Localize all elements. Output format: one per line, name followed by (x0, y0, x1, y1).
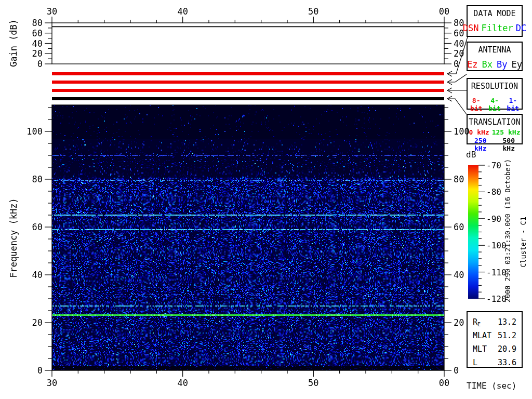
tick-label: 0 (37, 365, 43, 376)
tick-label: 40 (32, 270, 43, 280)
tick-label: 80 (32, 174, 43, 184)
translation-title: TRANSLATION (468, 117, 522, 127)
ephemeris-value-mlt: 20.9 (498, 344, 516, 354)
ephemeris-row-l: L 33.6 (468, 358, 522, 368)
ephemeris-value-mlat: 51.2 (498, 331, 516, 341)
translation-option-125khz: 125 kHz (492, 128, 521, 136)
tick-label: 30 (47, 378, 57, 388)
tick-label: -90 (486, 214, 501, 223)
frequency-axis-title: Frequency (kHz) (8, 198, 19, 278)
tick-label: 20 (454, 317, 464, 328)
ephemeris-row-mlt: MLT 20.9 (468, 344, 522, 354)
spacecraft-vertical-text: Cluster - C1 (519, 217, 527, 268)
ephemeris-value-re: 13.2 (498, 317, 516, 327)
ephemeris-row-re: RE 13.2 (468, 317, 522, 327)
tick-label: 20 (32, 317, 43, 328)
wbd-plot-page: Gain (dB) Frequency (kHz) TIME (sec) DAT… (0, 0, 532, 399)
tick-label: 0 (454, 365, 459, 376)
antenna-option-by: By (497, 59, 507, 70)
data-mode-panel: DATA MODE DSN Filter DC (467, 5, 523, 37)
tick-label: 0 (454, 59, 459, 69)
translation-option-0khz: 0 kHz (469, 128, 489, 136)
tick-label: 100 (454, 126, 470, 137)
tick-label: 50 (308, 378, 318, 388)
tick-label: 40 (32, 38, 43, 49)
antenna-option-ey: Ey (511, 59, 522, 70)
indicator-bar-data-mode (52, 72, 444, 75)
indicator-bar-antenna (52, 81, 444, 84)
resolution-title: RESOLUTION (468, 82, 522, 91)
timestamp-vertical-text: 2000 290 03:21:30.000 (16 October) (503, 159, 512, 302)
tick-label: 80 (454, 18, 464, 28)
tick-label: 60 (454, 222, 464, 232)
translation-option-500khz: 500 kHz (496, 137, 522, 152)
tick-label: 00 (439, 378, 449, 388)
indicator-bar-translation (52, 97, 444, 100)
tick-label: -80 (486, 187, 501, 197)
antenna-option-ez: Ez (467, 59, 477, 70)
spectrogram-canvas (52, 105, 444, 370)
resolution-option-8bit: 8-bit (468, 97, 485, 112)
data-mode-option-dc: DC (516, 23, 526, 33)
tick-label: 80 (454, 174, 464, 184)
tick-label: -70 (486, 161, 501, 170)
resolution-panel: RESOLUTION 8-bit 4-bit 1-bit (467, 78, 523, 110)
tick-label: -120 (486, 294, 507, 304)
tick-label: 60 (454, 28, 464, 38)
data-mode-option-dsn: DSN (463, 23, 479, 33)
tick-label: 40 (454, 270, 464, 280)
translation-panel: TRANSLATION 0 kHz 125 kHz 250 kHz 500 kH… (467, 114, 523, 144)
tick-label: 20 (32, 48, 43, 59)
tick-label: -100 (486, 241, 507, 250)
tick-label: 00 (439, 6, 449, 17)
data-mode-option-filter: Filter (481, 23, 513, 33)
colorbar-unit-label: dB (466, 150, 476, 159)
tick-label: 0 (37, 59, 43, 69)
tick-label: 40 (177, 378, 188, 388)
tick-label: 40 (454, 38, 464, 49)
ephemeris-value-l: 33.6 (498, 358, 516, 368)
time-axis-title: TIME (sec) (467, 381, 516, 391)
ephemeris-row-mlat: MLAT 51.2 (468, 331, 522, 341)
tick-label: 40 (177, 6, 188, 17)
indicator-bar-resolution (52, 89, 444, 92)
tick-label: 60 (32, 28, 43, 38)
antenna-option-bx: Bx (482, 59, 493, 70)
tick-label: 60 (32, 222, 43, 232)
ephemeris-panel: RE 13.2 MLAT 51.2 MLT 20.9 L 33.6 (467, 311, 523, 368)
tick-label: 80 (32, 18, 43, 28)
data-mode-title: DATA MODE (468, 9, 522, 18)
antenna-title: ANTENNA (468, 45, 522, 55)
tick-label: 100 (26, 126, 43, 137)
antenna-panel: ANTENNA Ez Bx By Ey (467, 42, 523, 71)
tick-label: 50 (308, 6, 318, 17)
tick-label: 30 (47, 6, 57, 17)
tick-label: 20 (454, 48, 464, 59)
colorbar (468, 165, 478, 299)
gain-plot-frame (52, 23, 444, 64)
resolution-option-1bit: 1-bit (504, 97, 522, 112)
gain-axis-title: Gain (dB) (8, 19, 19, 67)
resolution-option-4bit: 4-bit (486, 97, 503, 112)
tick-label: -110 (486, 267, 507, 277)
